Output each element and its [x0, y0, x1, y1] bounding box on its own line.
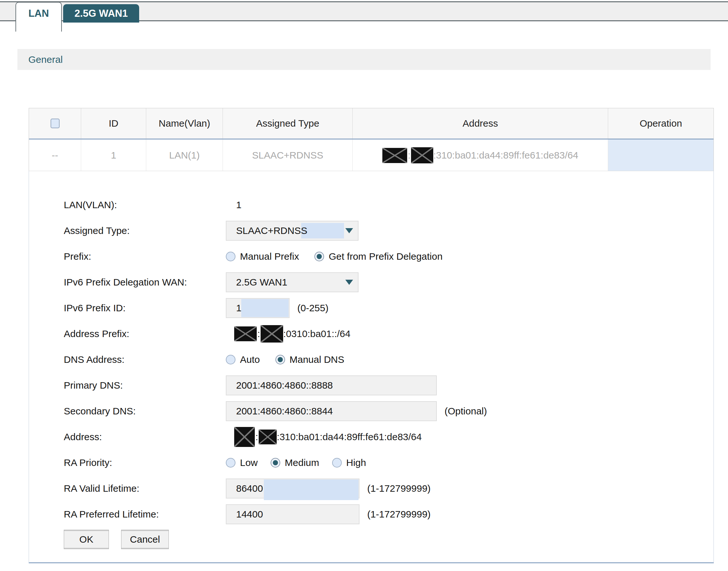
lan-vlan-label: LAN(VLAN):: [64, 200, 117, 210]
prefix-delegation-radio-label: Get from Prefix Delegation: [328, 251, 442, 262]
lan-detail-panel: LAN(VLAN): 1 Assigned Type: SLAAC+RDNSS …: [29, 171, 714, 563]
ra-priority-medium-radio[interactable]: [271, 458, 280, 468]
dns-manual-radio[interactable]: [275, 355, 285, 364]
ra-priority-high-radio[interactable]: [332, 458, 342, 468]
row-lan-vlan: LAN(VLAN): 1: [64, 192, 714, 218]
cell-select: --: [29, 139, 81, 171]
cell-assigned-type: SLAAC+RDNSS: [223, 139, 353, 171]
row-ra-preferred-lifetime: RA Preferred Lifetime: (1-172799999): [64, 501, 714, 527]
column-header-id: ID: [81, 108, 146, 138]
row-pd-wan: IPv6 Prefix Delegation WAN: 2.5G WAN1: [64, 269, 714, 295]
ra-priority-low-radio[interactable]: [226, 458, 236, 468]
row-assigned-type: Assigned Type: SLAAC+RDNSS: [64, 218, 714, 244]
column-header-assigned-type: Assigned Type: [223, 108, 353, 138]
address-separator: :: [408, 150, 410, 161]
row-dns-address: DNS Address: Auto Manual DNS: [64, 347, 714, 372]
ra-valid-lifetime-label: RA Valid Lifetime:: [64, 483, 139, 494]
pd-wan-selected-value: 2.5G WAN1: [227, 277, 287, 288]
row-primary-dns: Primary DNS:: [64, 372, 714, 398]
primary-dns-input[interactable]: [226, 375, 437, 395]
prefix-id-hint: (0-255): [297, 303, 328, 314]
selection-highlight: [301, 223, 344, 238]
cancel-button[interactable]: Cancel: [121, 530, 169, 549]
ra-priority-medium-label: Medium: [285, 457, 319, 468]
address-value: :310:ba01:da44:89ff:fe61:de83/64: [277, 432, 422, 442]
select-all-checkbox[interactable]: [50, 119, 59, 128]
assigned-type-select[interactable]: SLAAC+RDNSS: [226, 221, 358, 241]
address-prefix-value: :0310:ba01::/64: [283, 328, 350, 339]
manual-prefix-radio[interactable]: [226, 252, 236, 261]
redaction-box: [234, 427, 255, 447]
tab-lan[interactable]: LAN: [15, 2, 62, 31]
ra-preferred-lifetime-input[interactable]: [226, 504, 359, 524]
ra-preferred-lifetime-hint: (1-172799999): [367, 509, 431, 520]
prefix-id-label: IPv6 Prefix ID:: [64, 303, 126, 314]
prefix-label: Prefix:: [64, 251, 91, 262]
tab-lan-label: LAN: [28, 8, 49, 31]
dns-manual-radio-label: Manual DNS: [290, 354, 344, 365]
ra-priority-high-label: High: [346, 457, 366, 468]
address-prefix-label: Address Prefix:: [64, 328, 129, 339]
table-row[interactable]: -- 1 LAN(1) SLAAC+RDNSS ::310:ba01:da44:…: [29, 139, 714, 171]
column-header-operation: Operation: [608, 108, 714, 138]
assigned-type-selected-value: SLAAC+RDNSS: [227, 225, 307, 236]
secondary-dns-hint: (Optional): [445, 406, 487, 417]
primary-dns-label: Primary DNS:: [64, 380, 123, 391]
ra-priority-label: RA Priority:: [64, 457, 112, 468]
ra-priority-low-label: Low: [240, 457, 258, 468]
redaction-box: [411, 147, 433, 163]
cell-operation: [608, 139, 714, 171]
address-label: Address:: [64, 432, 102, 442]
ra-valid-lifetime-hint: (1-172799999): [367, 483, 431, 494]
prefix-delegation-radio[interactable]: [314, 252, 324, 261]
ra-valid-lifetime-input[interactable]: [226, 478, 359, 498]
column-header-address: Address: [353, 108, 608, 138]
tab-bar: 2.5G WAN1: [0, 1, 728, 21]
address-separator: :: [257, 328, 260, 339]
column-header-select: [29, 108, 81, 138]
row-address-prefix: Address Prefix: ::0310:ba01::/64: [64, 321, 714, 347]
redaction-box: [382, 148, 407, 163]
row-prefix-id: IPv6 Prefix ID: (0-255): [64, 295, 714, 321]
ra-preferred-lifetime-label: RA Preferred Lifetime:: [64, 509, 159, 520]
cell-address: ::310:ba01:da44:89ff:fe61:de83/64: [353, 139, 608, 171]
pd-wan-label: IPv6 Prefix Delegation WAN:: [64, 277, 187, 288]
cell-address-suffix: :310:ba01:da44:89ff:fe61:de83/64: [433, 150, 578, 161]
cell-id: 1: [81, 139, 146, 171]
table-header-row: ID Name(Vlan) Assigned Type Address Oper…: [29, 108, 714, 138]
pd-wan-select[interactable]: 2.5G WAN1: [226, 272, 358, 292]
secondary-dns-label: Secondary DNS:: [64, 406, 136, 417]
redaction-box: [259, 430, 277, 444]
row-ra-valid-lifetime: RA Valid Lifetime: (1-172799999): [64, 476, 714, 501]
assigned-type-label: Assigned Type:: [64, 225, 130, 236]
redaction-box: [234, 326, 257, 341]
general-section-title: General: [17, 54, 63, 65]
redaction-box: [261, 325, 283, 343]
ok-button[interactable]: OK: [64, 530, 109, 549]
secondary-dns-input[interactable]: [226, 401, 437, 421]
chevron-down-icon: [345, 280, 353, 285]
address-separator: :: [256, 432, 258, 442]
dns-auto-radio[interactable]: [226, 355, 236, 364]
lan-vlan-table: ID Name(Vlan) Assigned Type Address Oper…: [29, 108, 714, 171]
tab-wan1-label: 2.5G WAN1: [75, 8, 128, 19]
manual-prefix-radio-label: Manual Prefix: [240, 251, 299, 262]
row-ra-priority: RA Priority: Low Medium High: [64, 450, 714, 476]
row-secondary-dns: Secondary DNS: (Optional): [64, 398, 714, 424]
button-row: OK Cancel: [64, 530, 714, 549]
column-header-name-vlan: Name(Vlan): [146, 108, 223, 138]
chevron-down-icon: [345, 228, 353, 233]
lan-vlan-value: 1: [236, 200, 242, 210]
dns-auto-radio-label: Auto: [240, 354, 260, 365]
row-prefix: Prefix: Manual Prefix Get from Prefix De…: [64, 244, 714, 269]
cell-name-vlan: LAN(1): [146, 139, 223, 171]
general-section-header: General: [17, 49, 711, 70]
prefix-id-input[interactable]: [226, 298, 290, 318]
dns-address-label: DNS Address:: [64, 354, 124, 365]
tab-wan1[interactable]: 2.5G WAN1: [63, 4, 139, 22]
row-address: Address: ::310:ba01:da44:89ff:fe61:de83/…: [64, 424, 714, 450]
